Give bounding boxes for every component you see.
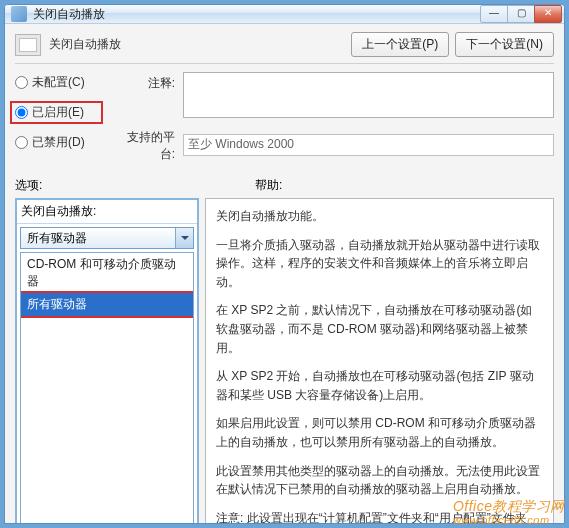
options-pane: 关闭自动播放: 所有驱动器 CD-ROM 和可移动介质驱动器 所有驱动器	[15, 198, 199, 524]
help-paragraph: 从 XP SP2 开始，自动播放也在可移动驱动器(包括 ZIP 驱动器和某些 U…	[216, 367, 543, 404]
radio-disabled-input[interactable]	[15, 136, 28, 149]
next-setting-button[interactable]: 下一个设置(N)	[455, 32, 554, 57]
help-pane[interactable]: 关闭自动播放功能。 一旦将介质插入驱动器，自动播放就开始从驱动器中进行读取操作。…	[205, 198, 554, 524]
comment-label: 注释:	[113, 72, 175, 92]
help-paragraph: 一旦将介质插入驱动器，自动播放就开始从驱动器中进行读取操作。这样，程序的安装文件…	[216, 236, 543, 292]
section-labels: 选项: 帮助:	[15, 177, 554, 194]
separator	[15, 63, 554, 64]
help-label: 帮助:	[255, 177, 282, 194]
radio-unconfigured[interactable]: 未配置(C)	[15, 74, 103, 91]
list-item[interactable]: CD-ROM 和可移动介质驱动器	[21, 253, 193, 293]
policy-dialog-window: 关闭自动播放 — ▢ ✕ 关闭自动播放 上一个设置(P) 下一个设置(N) 未配…	[4, 4, 565, 524]
platform-field	[183, 134, 554, 156]
options-label: 选项:	[15, 177, 255, 194]
client-area: 关闭自动播放 上一个设置(P) 下一个设置(N) 未配置(C) 已启用(E)	[5, 24, 564, 524]
state-radio-group: 未配置(C) 已启用(E) 已禁用(D)	[15, 72, 103, 163]
help-paragraph: 注意: 此设置出现在“计算机配置”文件夹和“用户配置”文件夹中。如果两个设置发生…	[216, 509, 543, 524]
help-paragraph: 如果启用此设置，则可以禁用 CD-ROM 和可移动介质驱动器上的自动播放，也可以…	[216, 414, 543, 451]
platform-label: 支持的平台:	[113, 126, 175, 163]
radio-disabled[interactable]: 已禁用(D)	[15, 134, 103, 151]
form-column: 注释: 支持的平台:	[113, 72, 554, 163]
help-paragraph: 此设置禁用其他类型的驱动器上的自动播放。无法使用此设置在默认情况下已禁用的自动播…	[216, 462, 543, 499]
policy-title: 关闭自动播放	[49, 36, 343, 53]
config-block: 未配置(C) 已启用(E) 已禁用(D) 注释: 支持的平台:	[15, 72, 554, 163]
radio-enabled[interactable]: 已启用(E)	[10, 101, 103, 124]
window-controls: — ▢ ✕	[481, 5, 562, 23]
radio-disabled-label: 已禁用(D)	[32, 134, 85, 151]
radio-enabled-input[interactable]	[15, 106, 28, 119]
window-icon	[11, 6, 27, 22]
minimize-button[interactable]: —	[480, 5, 508, 23]
prev-setting-button[interactable]: 上一个设置(P)	[351, 32, 449, 57]
help-paragraph: 在 XP SP2 之前，默认情况下，自动播放在可移动驱动器(如软盘驱动器，而不是…	[216, 301, 543, 357]
help-paragraph: 关闭自动播放功能。	[216, 207, 543, 226]
dropdown-arrow-icon[interactable]	[175, 228, 193, 248]
autoplay-combo-value: 所有驱动器	[27, 230, 87, 247]
list-item[interactable]: 所有驱动器	[21, 293, 193, 316]
radio-enabled-label: 已启用(E)	[32, 104, 84, 121]
lower-panes: 关闭自动播放: 所有驱动器 CD-ROM 和可移动介质驱动器 所有驱动器 关闭自…	[15, 198, 554, 524]
close-button[interactable]: ✕	[534, 5, 562, 23]
comment-textarea[interactable]	[183, 72, 554, 118]
autoplay-combo[interactable]: 所有驱动器	[20, 227, 194, 249]
autoplay-combo-label: 关闭自动播放:	[17, 200, 197, 224]
radio-unconfigured-label: 未配置(C)	[32, 74, 85, 91]
policy-icon	[15, 34, 41, 56]
autoplay-option-list[interactable]: CD-ROM 和可移动介质驱动器 所有驱动器	[20, 252, 194, 524]
header-row: 关闭自动播放 上一个设置(P) 下一个设置(N)	[15, 32, 554, 57]
radio-unconfigured-input[interactable]	[15, 76, 28, 89]
maximize-button[interactable]: ▢	[507, 5, 535, 23]
window-title: 关闭自动播放	[33, 6, 481, 23]
window-titlebar: 关闭自动播放 — ▢ ✕	[5, 5, 564, 24]
